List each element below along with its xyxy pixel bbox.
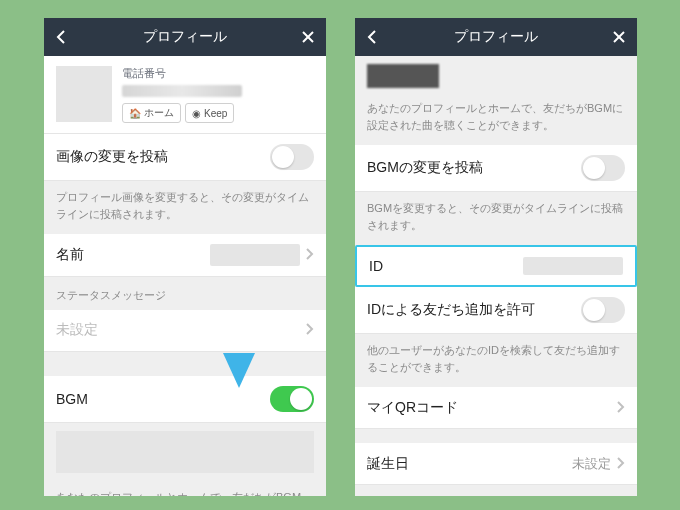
post-image-change-toggle[interactable] bbox=[270, 144, 314, 170]
navbar: プロフィール bbox=[355, 18, 637, 56]
id-value-blurred bbox=[523, 257, 623, 275]
bgm-thumbnail[interactable] bbox=[367, 64, 439, 88]
name-value-blurred bbox=[210, 244, 300, 266]
close-icon[interactable] bbox=[300, 29, 316, 45]
phone-number-blurred bbox=[122, 85, 242, 97]
phone-label: 電話番号 bbox=[122, 66, 314, 81]
id-row[interactable]: ID bbox=[355, 245, 637, 287]
allow-add-by-id-label: IDによる友だち追加を許可 bbox=[367, 301, 535, 319]
birthday-row[interactable]: 誕生日 未設定 bbox=[355, 443, 637, 485]
nav-title: プロフィール bbox=[454, 28, 538, 46]
phone-left: プロフィール 電話番号 🏠 ホーム ◉ Keep 画像の変更を投稿 プロ bbox=[44, 18, 326, 496]
allow-add-by-id-row: IDによる友だち追加を許可 bbox=[355, 287, 637, 334]
bgm-label: BGM bbox=[56, 391, 88, 407]
allow-add-by-id-toggle[interactable] bbox=[581, 297, 625, 323]
profile-header[interactable]: 電話番号 🏠 ホーム ◉ Keep bbox=[44, 56, 326, 134]
qr-label: マイQRコード bbox=[367, 399, 458, 417]
birthday-value: 未設定 bbox=[572, 455, 611, 473]
chevron-right-icon bbox=[617, 455, 625, 473]
post-image-change-row: 画像の変更を投稿 bbox=[44, 134, 326, 181]
bgm-intro: あなたのプロフィールとホームで、友だちがBGMに設定された曲を聴くことができます… bbox=[355, 92, 637, 145]
status-row[interactable]: 未設定 bbox=[44, 310, 326, 352]
post-bgm-change-label: BGMの変更を投稿 bbox=[367, 159, 483, 177]
qr-row[interactable]: マイQRコード bbox=[355, 387, 637, 429]
back-icon[interactable] bbox=[365, 29, 381, 45]
chevron-right-icon bbox=[306, 321, 314, 339]
post-image-change-label: 画像の変更を投稿 bbox=[56, 148, 168, 166]
bgm-preview[interactable] bbox=[56, 431, 314, 473]
close-icon[interactable] bbox=[611, 29, 627, 45]
bgm-footer: あなたのプロフィールとホームで、友だちがBGM bbox=[44, 481, 326, 497]
phone-right: プロフィール あなたのプロフィールとホームで、友だちがBGMに設定された曲を聴く… bbox=[355, 18, 637, 496]
status-value: 未設定 bbox=[56, 321, 98, 339]
status-header: ステータスメッセージ bbox=[44, 277, 326, 310]
keep-button[interactable]: ◉ Keep bbox=[185, 103, 234, 123]
nav-title: プロフィール bbox=[143, 28, 227, 46]
birthday-label: 誕生日 bbox=[367, 455, 409, 473]
home-button[interactable]: 🏠 ホーム bbox=[122, 103, 181, 123]
chevron-right-icon bbox=[617, 399, 625, 417]
bgm-toggle[interactable] bbox=[270, 386, 314, 412]
id-label: ID bbox=[369, 258, 383, 274]
post-bgm-change-desc: BGMを変更すると、その変更がタイムラインに投稿されます。 bbox=[355, 192, 637, 245]
back-icon[interactable] bbox=[54, 29, 70, 45]
chevron-right-icon bbox=[306, 246, 314, 264]
name-label: 名前 bbox=[56, 246, 84, 264]
bgm-row: BGM bbox=[44, 376, 326, 423]
avatar[interactable] bbox=[56, 66, 112, 122]
allow-add-by-id-desc: 他のユーザーがあなたのIDを検索して友だち追加することができます。 bbox=[355, 334, 637, 387]
profile-info: 電話番号 🏠 ホーム ◉ Keep bbox=[122, 66, 314, 123]
home-icon: 🏠 bbox=[129, 108, 141, 119]
post-image-change-desc: プロフィール画像を変更すると、その変更がタイムラインに投稿されます。 bbox=[44, 181, 326, 234]
name-row[interactable]: 名前 bbox=[44, 234, 326, 277]
post-bgm-change-row: BGMの変更を投稿 bbox=[355, 145, 637, 192]
keep-icon: ◉ bbox=[192, 108, 201, 119]
post-bgm-change-toggle[interactable] bbox=[581, 155, 625, 181]
navbar: プロフィール bbox=[44, 18, 326, 56]
